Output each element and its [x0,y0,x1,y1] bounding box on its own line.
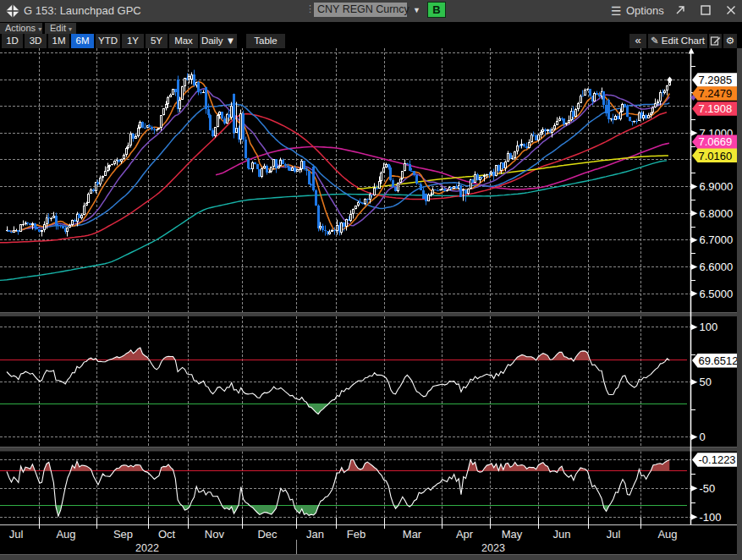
svg-text:Nov: Nov [205,528,225,541]
svg-text:2022: 2022 [135,542,159,554]
svg-text:69.6512: 69.6512 [699,354,739,367]
svg-text:Aug: Aug [657,528,677,541]
svg-text:Oct: Oct [158,528,176,541]
svg-text:-100: -100 [700,511,722,524]
svg-text:50: 50 [700,376,712,388]
svg-text:Apr: Apr [456,528,474,541]
svg-text:100: 100 [700,321,718,333]
svg-text:6.5000: 6.5000 [700,288,734,300]
svg-text:7.2479: 7.2479 [699,87,733,100]
svg-text:6.9000: 6.9000 [700,180,734,193]
svg-text:6.8000: 6.8000 [700,207,734,220]
svg-text:0: 0 [700,431,706,443]
svg-text:Jun: Jun [553,528,571,541]
svg-text:Aug: Aug [56,528,75,541]
svg-text:Jan: Jan [306,528,324,541]
svg-text:-50: -50 [700,482,716,495]
svg-text:7.2985: 7.2985 [699,74,733,86]
svg-text:2023: 2023 [481,542,505,554]
svg-text:Mar: Mar [403,528,422,541]
svg-text:Sep: Sep [113,528,133,541]
svg-text:-0.1223: -0.1223 [699,453,736,466]
svg-text:7.0669: 7.0669 [699,135,733,148]
svg-text:7.0160: 7.0160 [699,150,733,162]
svg-text:Dec: Dec [257,528,278,541]
svg-text:6.6000: 6.6000 [700,261,734,273]
svg-text:May: May [502,528,523,541]
svg-text:6.7000: 6.7000 [700,233,734,246]
svg-text:Jul: Jul [607,528,621,541]
svg-text:Jul: Jul [9,528,24,541]
svg-text:7.1908: 7.1908 [699,102,733,115]
svg-text:Feb: Feb [347,528,366,541]
